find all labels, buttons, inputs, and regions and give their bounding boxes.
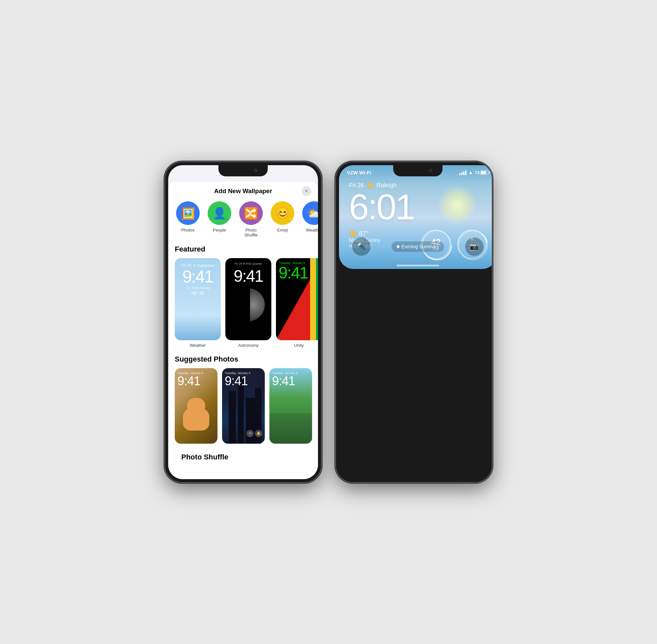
status-right-icons: ▲ 73 — [459, 170, 489, 175]
featured-card-unity[interactable]: Tuesday, January 9 9:41 Unity — [276, 258, 318, 348]
people-icon-circle: 👤 — [208, 201, 231, 225]
wallpaper-sheet[interactable]: Add New Wallpaper × 🖼️ Photos 👤 — [168, 182, 318, 479]
cat-body-shape — [183, 408, 209, 431]
city-photo-clock: 9:41 — [225, 374, 248, 388]
lock-notification[interactable]: Evening Summary — [391, 242, 444, 252]
signal-bar-2 — [461, 172, 462, 175]
astronomy-preview-bg: Fri 26 ● First Quarter 9:41 — [225, 258, 271, 340]
emoji-icon-circle: 😊 — [271, 201, 294, 225]
photos-icon: 🖼️ — [181, 207, 195, 220]
right-front-camera — [429, 168, 433, 172]
building-1 — [229, 391, 236, 444]
lock-bottom: 🔦 Evening Summary 📷 — [339, 237, 493, 256]
suggested-card-nature[interactable]: Tuesday, January 9 9:41 — [269, 368, 312, 444]
people-icon: 👤 — [212, 207, 226, 220]
weather-card-label: Weather — [190, 343, 206, 348]
right-notch — [393, 165, 443, 176]
featured-card-astronomy[interactable]: Fri 26 ● First Quarter 9:41 Astronomy — [225, 258, 271, 348]
carrier-label: VZW Wi-Fi — [347, 170, 371, 175]
battery-container: 73 — [475, 170, 489, 175]
notch — [219, 165, 268, 176]
unity-preview-bg: Tuesday, January 9 9:41 — [276, 258, 318, 340]
type-icon-emoji[interactable]: 😊 Emoji — [269, 201, 296, 238]
sheet-title: Add New Wallpaper — [214, 187, 272, 195]
weather-preview-info: 72° Partly Cloudy — [186, 286, 209, 290]
front-camera — [254, 168, 258, 172]
astronomy-preview: Fri 26 ● First Quarter 9:41 — [225, 258, 271, 340]
emoji-icon: 😊 — [276, 207, 289, 220]
weather-icon-label: Weather — [306, 228, 318, 233]
people-icon-label: People — [213, 228, 226, 233]
featured-row: Fri 26 ☀ Cupertino 9:41 72° Partly Cloud… — [168, 258, 318, 353]
city-badge-2: 🔔 — [255, 430, 262, 437]
moon-shape — [232, 288, 265, 321]
weather-preview-clock: 9:41 — [182, 268, 213, 285]
suggested-card-city[interactable]: Tuesday, January 9 9:41 72 🔔 — [222, 368, 265, 444]
weather-sun-icon: ☀️ — [349, 230, 357, 237]
unity-card-label: Unity — [294, 343, 304, 348]
unity-green-stripe — [316, 258, 318, 340]
phones-container: Add New Wallpaper × 🖼️ Photos 👤 — [164, 161, 493, 483]
sheet-header: Add New Wallpaper × — [168, 182, 318, 198]
wifi-icon: ▲ — [469, 170, 473, 175]
photos-icon-circle: 🖼️ — [176, 201, 200, 225]
type-icon-people[interactable]: 👤 People — [206, 201, 232, 238]
featured-section-title: Featured — [168, 243, 318, 258]
astronomy-preview-date: Fri 26 ● First Quarter — [234, 262, 262, 266]
camera-icon: 📷 — [470, 243, 479, 251]
camera-button[interactable]: 📷 — [465, 237, 483, 256]
right-phone: VZW Wi-Fi ▲ 73 — [335, 161, 493, 483]
left-phone-screen: Add New Wallpaper × 🖼️ Photos 👤 — [168, 165, 318, 479]
signal-bar-3 — [463, 171, 465, 175]
flashlight-icon: 🔦 — [357, 243, 366, 251]
weather-icon-circle: ⛅ — [302, 201, 318, 225]
home-indicator — [397, 265, 439, 266]
astronomy-preview-clock: 9:41 — [233, 267, 263, 286]
aqi-badge: 42 — [191, 291, 198, 295]
city-photo-badges: 72 🔔 — [246, 430, 262, 437]
shuffle-icon: 🔀 — [244, 207, 258, 220]
type-icons-row: 🖼️ Photos 👤 People 🔀 Pho — [168, 198, 318, 243]
emoji-icon-label: Emoji — [277, 228, 288, 233]
weather-preview-bg: Fri 26 ☀ Cupertino 9:41 72° Partly Cloud… — [175, 258, 221, 340]
sheet-close-button[interactable]: × — [301, 186, 312, 196]
flashlight-button[interactable]: 🔦 — [352, 237, 370, 256]
photos-icon-label: Photos — [181, 228, 195, 233]
unity-gold-stripe — [310, 258, 316, 340]
battery-fill — [481, 171, 486, 174]
signal-bar-1 — [459, 174, 460, 175]
suggested-photos-title: Suggested Photos — [168, 353, 318, 368]
left-phone: Add New Wallpaper × 🖼️ Photos 👤 — [164, 161, 322, 483]
suggested-row: Tuesday, January 9 9:41 Tuesday, January… — [168, 368, 318, 449]
nature-photo-clock: 9:41 — [272, 374, 295, 388]
weather-temp: ☀️ 87° — [349, 230, 414, 237]
featured-card-weather[interactable]: Fri 26 ☀ Cupertino 9:41 72° Partly Cloud… — [175, 258, 221, 348]
type-icon-photo-shuffle[interactable]: 🔀 Photo Shuffle — [238, 201, 264, 238]
right-phone-screen: VZW Wi-Fi ▲ 73 — [339, 165, 493, 269]
cat-photo-clock: 9:41 — [177, 374, 200, 388]
photo-shuffle-section-title: Photo Shuffle — [175, 451, 312, 466]
astronomy-card-label: Astronomy — [238, 343, 258, 348]
weather-preview: Fri 26 ☀ Cupertino 9:41 72° Partly Cloud… — [175, 258, 221, 340]
type-icon-weather[interactable]: ⛅ Weather — [301, 201, 318, 238]
battery-percent: 73 — [475, 170, 480, 175]
uv-badge: 5 — [199, 291, 204, 295]
lock-time: 6:01 — [349, 190, 487, 223]
photo-shuffle-icon-label: Photo Shuffle — [239, 228, 263, 238]
signal-bar-4 — [465, 170, 467, 175]
type-icon-photos[interactable]: 🖼️ Photos — [175, 201, 201, 238]
notification-text: Evening Summary — [402, 244, 439, 249]
suggested-card-cat[interactable]: Tuesday, January 9 9:41 — [175, 368, 218, 444]
notification-dot — [397, 245, 400, 248]
unity-preview: Tuesday, January 9 9:41 — [276, 258, 318, 340]
photo-shuffle-icon-circle: 🔀 — [239, 201, 263, 225]
weather-badges: 42 5 — [191, 291, 204, 295]
weather-icon: ⛅ — [307, 207, 318, 220]
signal-bars — [459, 170, 467, 175]
city-badge-1: 72 — [246, 430, 254, 437]
photo-shuffle-section: Photo Shuffle — [168, 449, 318, 473]
battery-icon — [480, 170, 489, 175]
nature-water — [269, 413, 312, 444]
